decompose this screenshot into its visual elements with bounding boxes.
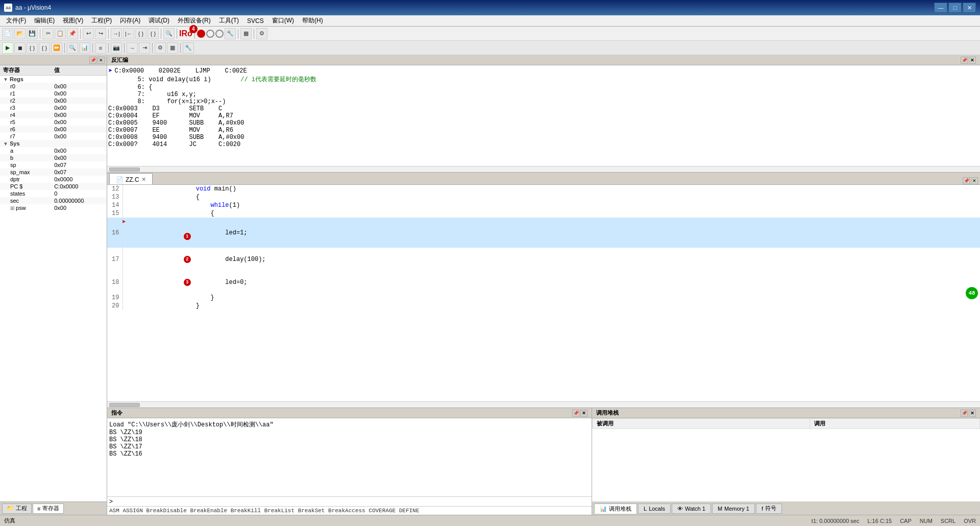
menu-svcs[interactable]: SVCS xyxy=(243,16,268,26)
menu-window[interactable]: 窗口(W) xyxy=(268,15,298,26)
cmd-input-area: > xyxy=(107,496,592,506)
menu-debug[interactable]: 调试(D) xyxy=(144,15,174,26)
debug-stop-button[interactable] xyxy=(197,30,205,38)
close-button[interactable]: ✕ xyxy=(963,3,976,13)
code-scrollbar[interactable] xyxy=(107,401,980,408)
outdent-button[interactable]: |← xyxy=(123,28,134,39)
debug-step[interactable]: { } xyxy=(27,42,38,54)
save-button[interactable]: 💾 xyxy=(27,28,38,39)
copy-button[interactable]: 📋 xyxy=(55,28,66,39)
callstack-close[interactable]: ✕ xyxy=(969,410,976,417)
tab-registers[interactable]: ≡ 寄存器 xyxy=(33,504,64,514)
view-btn[interactable]: ▦ xyxy=(240,28,252,39)
bp-area[interactable] xyxy=(122,294,194,302)
bp-area[interactable]: 2 xyxy=(122,248,194,271)
maximize-button[interactable]: □ xyxy=(948,3,962,13)
location-status: L:16 C:15 xyxy=(867,518,892,524)
num-status: NUM xyxy=(920,518,933,524)
disasm-content[interactable]: ➤ C:0x0000 02002E LJMP C:002E 5: void de… xyxy=(107,65,980,166)
minimize-button[interactable]: — xyxy=(934,3,947,13)
debug-d3[interactable]: ≡ xyxy=(95,42,106,54)
settings-button[interactable]: ⚙ xyxy=(256,28,267,39)
debug-d7[interactable]: ⚙ xyxy=(155,42,166,54)
sys-collapse-icon[interactable]: ▼ xyxy=(3,141,8,147)
paste-button[interactable]: 📌 xyxy=(67,28,78,39)
new-button[interactable]: 📄 xyxy=(2,28,13,39)
menu-file[interactable]: 文件(F) xyxy=(2,15,30,26)
breakpoint-3[interactable]: 3 xyxy=(184,279,191,286)
separator-5 xyxy=(177,29,177,39)
debug-d8[interactable]: ▦ xyxy=(167,42,178,54)
code-content[interactable]: 12 void main() 13 { 14 while( xyxy=(107,185,980,401)
panel-close-button[interactable]: ✕ xyxy=(97,57,105,64)
menu-peripherals[interactable]: 外围设备(R) xyxy=(174,15,215,26)
disasm-panel-controls: 📌 ✕ xyxy=(961,57,976,64)
menu-flash[interactable]: 闪存(A) xyxy=(116,15,144,26)
debug-circle-1[interactable] xyxy=(206,30,214,38)
indent-button[interactable]: →| xyxy=(111,28,122,39)
time-status: t1: 0.00000000 sec xyxy=(812,518,860,524)
bp-area[interactable] xyxy=(122,185,194,193)
menu-help[interactable]: 帮助(H) xyxy=(298,15,327,26)
debug-d1[interactable]: 🔍 xyxy=(67,42,78,54)
debug-d9[interactable]: 🔧 xyxy=(183,42,194,54)
uncomment-button[interactable]: { } xyxy=(148,28,159,39)
debug-step2[interactable]: { } xyxy=(39,42,50,54)
disasm-pin[interactable]: 📌 xyxy=(961,57,968,64)
disasm-close[interactable]: ✕ xyxy=(969,57,976,64)
menu-tools[interactable]: 工具(T) xyxy=(215,15,243,26)
cmd-close[interactable]: ✕ xyxy=(580,410,587,417)
collapse-icon[interactable]: ▼ xyxy=(3,77,8,82)
window-controls: — □ ✕ xyxy=(934,3,976,13)
disasm-scroll-thumb[interactable] xyxy=(109,168,140,172)
code-pin[interactable]: 📌 xyxy=(963,177,970,184)
debug-d6[interactable]: ⇥ xyxy=(139,42,150,54)
debug-stop2[interactable]: ⏹ xyxy=(14,42,26,54)
debug-d2[interactable]: 📊 xyxy=(79,42,90,54)
menu-view[interactable]: 视图(V) xyxy=(59,15,87,26)
bp-area[interactable]: 3 xyxy=(122,271,194,294)
tab-symbol[interactable]: f 符号 xyxy=(756,504,782,514)
tab-watch1[interactable]: 👁 Watch 1 xyxy=(672,504,711,514)
breakpoint-2[interactable]: 2 xyxy=(184,256,191,263)
psw-expand-icon[interactable]: ⊞ xyxy=(10,205,14,211)
debug-circle-2[interactable] xyxy=(215,30,224,38)
undo-button[interactable]: ↩ xyxy=(83,28,94,39)
callstack-pin[interactable]: 📌 xyxy=(961,410,968,417)
menu-edit[interactable]: 编辑(E) xyxy=(30,15,59,26)
tab-memory1[interactable]: M Memory 1 xyxy=(712,504,755,514)
disasm-scrollbar[interactable] xyxy=(107,166,980,172)
debug-d5[interactable]: → xyxy=(127,42,138,54)
menu-project[interactable]: 工程(P) xyxy=(87,15,116,26)
bp-area[interactable] xyxy=(122,302,194,310)
tab-close-icon[interactable]: ✕ xyxy=(141,176,146,183)
cmd-pin[interactable]: 📌 xyxy=(572,410,579,417)
comment-button[interactable]: { } xyxy=(135,28,146,39)
disasm-line: C:0x0005 9400 SUBB A,#0x00 xyxy=(108,119,979,127)
bp-area[interactable] xyxy=(122,201,194,209)
code-scroll-thumb[interactable] xyxy=(109,403,140,407)
tab-project[interactable]: 📁 工程 xyxy=(2,504,32,514)
bp-area[interactable] xyxy=(122,209,194,218)
debug-step3[interactable]: ⏩ xyxy=(51,42,62,54)
tab-locals[interactable]: L Locals xyxy=(638,504,671,514)
tab-zz-c[interactable]: 📄 ZZ.C ✕ xyxy=(109,173,153,184)
debug-d4[interactable]: 📷 xyxy=(111,42,122,54)
redo-button[interactable]: ↪ xyxy=(95,28,106,39)
bp-area[interactable]: ➤ 1 xyxy=(122,218,194,248)
code-close[interactable]: ✕ xyxy=(971,177,978,184)
find-button[interactable]: 🔍 xyxy=(163,28,175,39)
cmd-input-field[interactable] xyxy=(113,498,590,505)
green-badge: 48 xyxy=(966,287,978,299)
panel-pin-button[interactable]: 📌 xyxy=(89,57,96,64)
open-button[interactable]: 📂 xyxy=(14,28,26,39)
cut-button[interactable]: ✂ xyxy=(42,28,54,39)
code-panel-controls: 📌 ✕ xyxy=(963,177,978,184)
bp-area[interactable] xyxy=(122,193,194,201)
code-row-19: 19 } xyxy=(107,294,980,302)
tab-callstack[interactable]: 📊 调用堆栈 xyxy=(594,504,637,514)
debug-wrench[interactable]: 🔧 xyxy=(225,28,236,39)
breakpoint-1[interactable]: 1 xyxy=(184,233,191,240)
callstack-col2: 调用 xyxy=(810,419,980,429)
debug-run[interactable]: ▶ xyxy=(2,42,13,54)
